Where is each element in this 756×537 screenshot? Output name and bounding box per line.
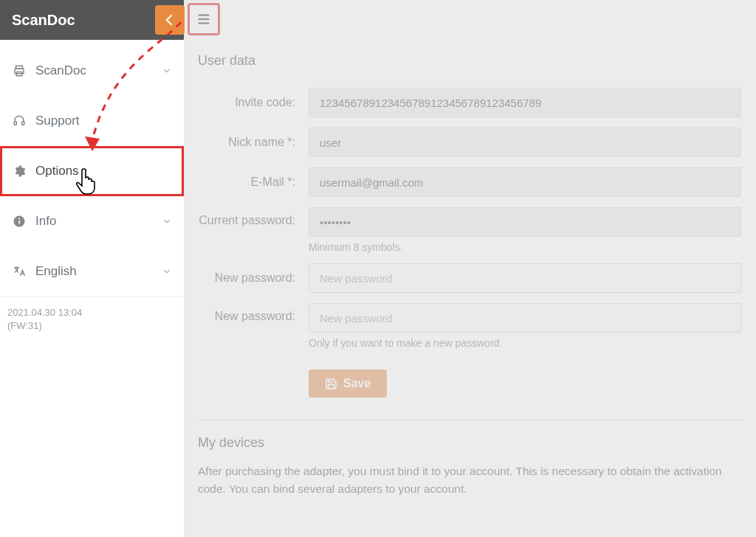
- invite-label: Invite code:: [198, 95, 309, 110]
- sidebar-footer: 2021.04.30 13:04 (FW:31): [0, 297, 184, 342]
- newpass-hint: Only if you want to make a new password.: [309, 337, 741, 349]
- info-icon: [12, 215, 27, 228]
- chevron-down-icon: [162, 266, 172, 277]
- arrow-left-icon: [162, 13, 177, 27]
- sidebar: ScanDoc ScanDoc Support Options: [0, 0, 185, 537]
- row-newpass1: New password:: [198, 263, 741, 293]
- footer-timestamp: 2021.04.30 13:04: [7, 306, 176, 319]
- sidebar-item-scandoc[interactable]: ScanDoc: [0, 46, 184, 96]
- printer-icon: [12, 64, 27, 77]
- sidebar-item-label: Support: [35, 114, 80, 128]
- hamburger-button[interactable]: [188, 3, 220, 35]
- save-icon: [325, 378, 337, 390]
- row-invite: Invite code:: [198, 88, 741, 117]
- sidebar-item-info[interactable]: Info: [0, 196, 184, 246]
- svg-point-7: [18, 218, 20, 219]
- menu-icon: [196, 11, 212, 27]
- topbar: [185, 0, 756, 40]
- content: User data Invite code: Nick name *: E-Ma…: [185, 40, 756, 498]
- newpass1-input[interactable]: [309, 263, 741, 293]
- devices-text: After purchasing the adapter, you must b…: [198, 462, 741, 498]
- sidebar-item-label: English: [35, 264, 77, 279]
- row-email: E-Mail *:: [198, 167, 741, 197]
- save-label: Save: [343, 377, 371, 390]
- nick-label: Nick name *:: [198, 135, 309, 150]
- sidebar-item-label: Options: [35, 164, 79, 179]
- sidebar-item-language[interactable]: English: [0, 246, 184, 297]
- sidebar-item-options[interactable]: Options: [0, 146, 184, 196]
- row-newpass2: New password: Only if you want to make a…: [198, 303, 741, 349]
- divider: [198, 420, 741, 420]
- chevron-down-icon: [162, 66, 172, 76]
- svg-rect-6: [18, 221, 20, 224]
- email-label: E-Mail *:: [198, 175, 309, 190]
- nick-input[interactable]: [309, 128, 741, 157]
- row-save: Save: [198, 359, 741, 398]
- language-icon: [12, 265, 27, 278]
- gear-icon: [12, 164, 27, 178]
- invite-input[interactable]: [309, 88, 741, 117]
- section-title-userdata: User data: [198, 53, 741, 69]
- section-title-devices: My devices: [198, 435, 741, 451]
- sidebar-item-support[interactable]: Support: [0, 96, 184, 146]
- sidebar-item-label: Info: [35, 214, 56, 229]
- back-button[interactable]: [155, 5, 185, 35]
- save-button[interactable]: Save: [309, 370, 387, 398]
- headset-icon: [12, 114, 27, 128]
- curpass-hint: Minimum 8 symbols.: [309, 241, 741, 253]
- footer-firmware: (FW:31): [7, 319, 176, 333]
- row-nick: Nick name *:: [198, 128, 741, 157]
- sidebar-item-label: ScanDoc: [35, 63, 86, 78]
- newpass2-label: New password:: [198, 303, 309, 324]
- newpass1-label: New password:: [198, 271, 309, 285]
- main-area: User data Invite code: Nick name *: E-Ma…: [185, 0, 756, 537]
- row-curpass: Current password: Minimum 8 symbols.: [198, 207, 741, 253]
- curpass-input[interactable]: [309, 207, 741, 237]
- email-input[interactable]: [309, 167, 741, 197]
- nav: ScanDoc Support Options Info: [0, 40, 184, 297]
- newpass2-input[interactable]: [309, 303, 741, 333]
- svg-rect-3: [14, 122, 16, 125]
- curpass-label: Current password:: [198, 207, 309, 228]
- svg-rect-4: [22, 122, 24, 125]
- chevron-down-icon: [162, 216, 172, 226]
